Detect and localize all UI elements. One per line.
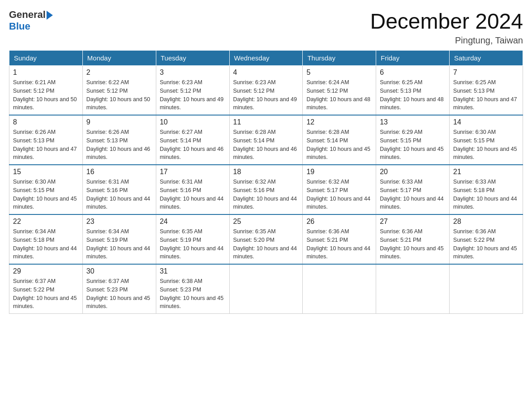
calendar-week-row: 22 Sunrise: 6:34 AMSunset: 5:18 PMDaylig…: [9, 214, 523, 264]
calendar-cell: 29 Sunrise: 6:37 AMSunset: 5:22 PMDaylig…: [9, 264, 83, 314]
day-info: Sunrise: 6:35 AMSunset: 5:19 PMDaylight:…: [160, 227, 226, 261]
day-number: 15: [13, 168, 79, 176]
title-section: December 2024 Pingtung, Taiwan: [370, 9, 523, 46]
day-info: Sunrise: 6:33 AMSunset: 5:17 PMDaylight:…: [380, 178, 446, 211]
day-number: 8: [13, 118, 79, 126]
header-row: SundayMondayTuesdayWednesdayThursdayFrid…: [9, 51, 523, 66]
calendar-cell: [303, 264, 376, 314]
day-number: 3: [160, 68, 226, 77]
day-info: Sunrise: 6:31 AMSunset: 5:16 PMDaylight:…: [160, 178, 226, 211]
calendar-cell: 17 Sunrise: 6:31 AMSunset: 5:16 PMDaylig…: [156, 165, 229, 214]
day-info: Sunrise: 6:25 AMSunset: 5:13 PMDaylight:…: [453, 78, 519, 112]
day-number: 6: [380, 68, 446, 77]
page-header: General Blue December 2024 Pingtung, Tai…: [9, 9, 523, 46]
calendar-cell: 6 Sunrise: 6:25 AMSunset: 5:13 PMDayligh…: [376, 66, 450, 116]
calendar-cell: 15 Sunrise: 6:30 AMSunset: 5:15 PMDaylig…: [9, 165, 83, 214]
calendar-cell: 20 Sunrise: 6:33 AMSunset: 5:17 PMDaylig…: [376, 165, 450, 214]
day-number: 29: [13, 267, 79, 275]
day-info: Sunrise: 6:34 AMSunset: 5:19 PMDaylight:…: [86, 227, 152, 261]
calendar-cell: 24 Sunrise: 6:35 AMSunset: 5:19 PMDaylig…: [156, 214, 229, 264]
calendar-cell: 10 Sunrise: 6:27 AMSunset: 5:14 PMDaylig…: [156, 115, 229, 165]
day-number: 31: [160, 267, 226, 275]
day-number: 23: [86, 218, 152, 226]
day-number: 19: [306, 168, 372, 176]
day-info: Sunrise: 6:36 AMSunset: 5:22 PMDaylight:…: [453, 227, 519, 261]
day-header: Saturday: [450, 51, 523, 66]
calendar-cell: 28 Sunrise: 6:36 AMSunset: 5:22 PMDaylig…: [450, 214, 523, 264]
day-info: Sunrise: 6:36 AMSunset: 5:21 PMDaylight:…: [306, 227, 372, 261]
day-info: Sunrise: 6:31 AMSunset: 5:16 PMDaylight:…: [86, 178, 152, 211]
day-info: Sunrise: 6:22 AMSunset: 5:12 PMDaylight:…: [86, 78, 152, 112]
day-number: 16: [86, 168, 152, 176]
day-info: Sunrise: 6:23 AMSunset: 5:12 PMDaylight:…: [160, 78, 226, 112]
day-number: 11: [233, 118, 299, 126]
day-number: 7: [453, 68, 519, 77]
calendar-cell: 22 Sunrise: 6:34 AMSunset: 5:18 PMDaylig…: [9, 214, 83, 264]
day-number: 30: [86, 267, 152, 275]
calendar-cell: 7 Sunrise: 6:25 AMSunset: 5:13 PMDayligh…: [450, 66, 523, 116]
day-info: Sunrise: 6:28 AMSunset: 5:14 PMDaylight:…: [233, 128, 299, 162]
calendar-cell: 12 Sunrise: 6:28 AMSunset: 5:14 PMDaylig…: [303, 115, 376, 165]
day-info: Sunrise: 6:30 AMSunset: 5:15 PMDaylight:…: [453, 128, 519, 162]
calendar-cell: 13 Sunrise: 6:29 AMSunset: 5:15 PMDaylig…: [376, 115, 450, 165]
calendar-cell: 16 Sunrise: 6:31 AMSunset: 5:16 PMDaylig…: [82, 165, 156, 214]
day-info: Sunrise: 6:28 AMSunset: 5:14 PMDaylight:…: [306, 128, 372, 162]
day-number: 28: [453, 218, 519, 226]
calendar-cell: 26 Sunrise: 6:36 AMSunset: 5:21 PMDaylig…: [303, 214, 376, 264]
day-info: Sunrise: 6:23 AMSunset: 5:12 PMDaylight:…: [233, 78, 299, 112]
day-number: 1: [13, 68, 79, 77]
calendar-cell: 1 Sunrise: 6:21 AMSunset: 5:12 PMDayligh…: [9, 66, 83, 116]
calendar-week-row: 8 Sunrise: 6:26 AMSunset: 5:13 PMDayligh…: [9, 115, 523, 165]
day-info: Sunrise: 6:34 AMSunset: 5:18 PMDaylight:…: [13, 227, 79, 261]
calendar-subtitle: Pingtung, Taiwan: [370, 35, 523, 46]
day-header: Sunday: [9, 51, 83, 66]
day-info: Sunrise: 6:29 AMSunset: 5:15 PMDaylight:…: [380, 128, 446, 162]
day-number: 2: [86, 68, 152, 77]
day-number: 13: [380, 118, 446, 126]
day-number: 5: [306, 68, 372, 77]
day-info: Sunrise: 6:26 AMSunset: 5:13 PMDaylight:…: [13, 128, 79, 162]
calendar-cell: 3 Sunrise: 6:23 AMSunset: 5:12 PMDayligh…: [156, 66, 229, 116]
day-info: Sunrise: 6:36 AMSunset: 5:21 PMDaylight:…: [380, 227, 446, 261]
day-info: Sunrise: 6:32 AMSunset: 5:17 PMDaylight:…: [306, 178, 372, 211]
day-number: 21: [453, 168, 519, 176]
day-number: 27: [380, 218, 446, 226]
calendar-cell: 25 Sunrise: 6:35 AMSunset: 5:20 PMDaylig…: [229, 214, 303, 264]
calendar-cell: 18 Sunrise: 6:32 AMSunset: 5:16 PMDaylig…: [229, 165, 303, 214]
day-info: Sunrise: 6:26 AMSunset: 5:13 PMDaylight:…: [86, 128, 152, 162]
logo: General Blue: [9, 9, 53, 32]
day-header: Monday: [82, 51, 156, 66]
calendar-cell: 21 Sunrise: 6:33 AMSunset: 5:18 PMDaylig…: [450, 165, 523, 214]
day-info: Sunrise: 6:33 AMSunset: 5:18 PMDaylight:…: [453, 178, 519, 211]
day-info: Sunrise: 6:24 AMSunset: 5:12 PMDaylight:…: [306, 78, 372, 112]
day-number: 14: [453, 118, 519, 126]
calendar-cell: 19 Sunrise: 6:32 AMSunset: 5:17 PMDaylig…: [303, 165, 376, 214]
calendar-cell: 9 Sunrise: 6:26 AMSunset: 5:13 PMDayligh…: [82, 115, 156, 165]
day-header: Thursday: [303, 51, 376, 66]
calendar-cell: [229, 264, 303, 314]
day-number: 25: [233, 218, 299, 226]
day-info: Sunrise: 6:32 AMSunset: 5:16 PMDaylight:…: [233, 178, 299, 211]
day-number: 9: [86, 118, 152, 126]
day-info: Sunrise: 6:35 AMSunset: 5:20 PMDaylight:…: [233, 227, 299, 261]
calendar-cell: 30 Sunrise: 6:37 AMSunset: 5:23 PMDaylig…: [82, 264, 156, 314]
calendar-cell: [376, 264, 450, 314]
day-info: Sunrise: 6:21 AMSunset: 5:12 PMDaylight:…: [13, 78, 79, 112]
calendar-cell: 5 Sunrise: 6:24 AMSunset: 5:12 PMDayligh…: [303, 66, 376, 116]
day-header: Friday: [376, 51, 450, 66]
day-info: Sunrise: 6:27 AMSunset: 5:14 PMDaylight:…: [160, 128, 226, 162]
calendar-cell: 8 Sunrise: 6:26 AMSunset: 5:13 PMDayligh…: [9, 115, 83, 165]
day-number: 24: [160, 218, 226, 226]
day-number: 4: [233, 68, 299, 77]
calendar-title: December 2024: [370, 9, 523, 34]
day-number: 17: [160, 168, 226, 176]
calendar-table: SundayMondayTuesdayWednesdayThursdayFrid…: [9, 50, 523, 314]
day-number: 20: [380, 168, 446, 176]
calendar-cell: 11 Sunrise: 6:28 AMSunset: 5:14 PMDaylig…: [229, 115, 303, 165]
calendar-cell: 4 Sunrise: 6:23 AMSunset: 5:12 PMDayligh…: [229, 66, 303, 116]
calendar-cell: 27 Sunrise: 6:36 AMSunset: 5:21 PMDaylig…: [376, 214, 450, 264]
day-number: 10: [160, 118, 226, 126]
day-info: Sunrise: 6:30 AMSunset: 5:15 PMDaylight:…: [13, 178, 79, 211]
calendar-cell: [450, 264, 523, 314]
day-info: Sunrise: 6:38 AMSunset: 5:23 PMDaylight:…: [160, 277, 226, 311]
